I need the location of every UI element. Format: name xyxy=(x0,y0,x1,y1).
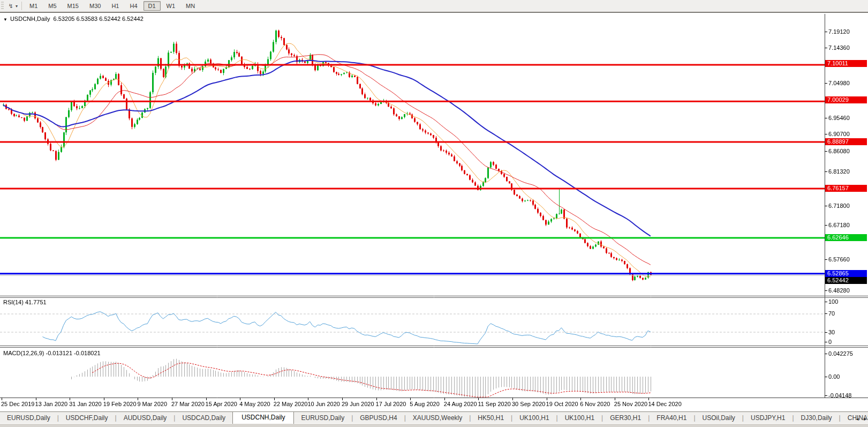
price-axis-tick: 6.86080 xyxy=(828,148,850,154)
chart-title: ▼USDCNH,Daily 6.53205 6.53583 6.52442 6.… xyxy=(3,16,144,22)
collapse-arrow-icon[interactable]: ▼ xyxy=(3,17,7,22)
tab-scroll-left-icon[interactable]: ◂ xyxy=(856,416,859,422)
timeframe-button-mn[interactable]: MN xyxy=(181,1,200,11)
date-axis-label: 10 Jun 2020 xyxy=(307,401,340,407)
timeframe-buttons: M1M5M15M30H1H4D1W1MN xyxy=(24,3,200,9)
tab-uk100-h1[interactable]: UK100,H1 xyxy=(558,413,601,424)
date-axis-label: 19 Feb 2020 xyxy=(103,401,137,407)
level-price-label: 7.10011 xyxy=(825,60,867,67)
chart-window: ▼USDCNH,Daily 6.53205 6.53583 6.52442 6.… xyxy=(0,12,868,413)
tab-eurusd-daily[interactable]: EURUSD,Daily xyxy=(294,413,351,424)
price-chart-canvas[interactable] xyxy=(0,13,868,411)
timeframe-button-h1[interactable]: H1 xyxy=(107,1,124,11)
timeframe-button-h4[interactable]: H4 xyxy=(125,1,142,11)
tab-xauusd-weekly[interactable]: XAUUSD,Weekly xyxy=(406,413,469,424)
date-axis-label: 14 Dec 2020 xyxy=(648,401,681,407)
tab-uk100-h1[interactable]: UK100,H1 xyxy=(512,413,556,424)
tab-fra40-h1[interactable]: FRA40,H1 xyxy=(650,413,693,424)
timeframe-button-d1[interactable]: D1 xyxy=(144,1,161,11)
rsi-axis-tick: 70 xyxy=(828,310,835,317)
rsi-indicator-label: RSI(14) 41.7751 xyxy=(3,299,47,305)
tab-eurusd-daily[interactable]: EURUSD,Daily xyxy=(0,413,57,424)
tab-gbpusd-h4[interactable]: GBPUSD,H4 xyxy=(353,413,404,424)
rsi-axis-tick: 0 xyxy=(828,339,832,345)
price-axis-tick: 6.57660 xyxy=(828,256,850,263)
timeframe-button-m15[interactable]: M15 xyxy=(63,1,84,11)
date-axis-label: 19 Oct 2020 xyxy=(546,401,578,407)
date-axis-label: 30 Sep 2020 xyxy=(512,401,545,407)
macd-axis-tick: -0.04148 xyxy=(828,392,851,399)
tab-usoil-daily[interactable]: USOil,Daily xyxy=(696,413,742,424)
toolbar-separator xyxy=(21,2,22,10)
timeframe-button-m1[interactable]: M1 xyxy=(25,1,42,11)
dropdown-caret-icon[interactable]: ▾ xyxy=(16,4,18,9)
timeframe-button-w1[interactable]: W1 xyxy=(162,1,180,11)
date-axis-label: 27 Mar 2020 xyxy=(171,401,205,407)
price-axis-tick: 6.95460 xyxy=(828,115,850,121)
date-axis-label: 15 Apr 2020 xyxy=(206,401,237,407)
macd-axis-tick: 0.00 xyxy=(828,373,840,380)
price-axis-tick: 6.81320 xyxy=(828,168,850,175)
chart-shift-icon[interactable]: ↯ xyxy=(6,2,15,10)
tab-audusd-daily[interactable]: AUDUSD,Daily xyxy=(117,413,174,424)
tab-usdcad-daily[interactable]: USDCAD,Daily xyxy=(175,413,232,424)
tab-usdchf-daily[interactable]: USDCHF,Daily xyxy=(59,413,115,424)
date-axis-label: 4 May 2020 xyxy=(239,401,270,407)
date-axis-label: 13 Jan 2020 xyxy=(35,401,68,407)
macd-axis-tick: 0.042275 xyxy=(828,350,853,357)
tab-scroll-right-icon[interactable]: ▸ xyxy=(864,416,866,422)
level-price-label: 6.88897 xyxy=(825,138,867,145)
date-axis-label: 31 Jan 2020 xyxy=(69,401,102,407)
date-axis-label: 9 Mar 2020 xyxy=(137,401,167,407)
price-axis-tick: 7.19120 xyxy=(828,28,850,35)
status-bar xyxy=(0,423,868,427)
tab-usdcnh-daily[interactable]: USDCNH,Daily xyxy=(232,411,294,424)
date-axis-label: 29 Jun 2020 xyxy=(342,401,374,407)
date-axis-label: 17 Jul 2020 xyxy=(376,401,406,407)
chart-tab-bar: EURUSD,Daily|USDCHF,Daily|AUDUSD,Daily|U… xyxy=(0,411,868,424)
price-axis-tick: 7.04980 xyxy=(828,80,850,86)
timeframe-button-m30[interactable]: M30 xyxy=(85,1,105,11)
level-price-label: 6.52865 xyxy=(825,270,867,277)
chart-symbol-label: USDCNH,Daily xyxy=(10,16,50,22)
tab-hk50-h1[interactable]: HK50,H1 xyxy=(471,413,511,424)
date-axis-label: 6 Nov 2020 xyxy=(580,401,610,407)
rsi-axis-tick: 100 xyxy=(828,298,838,305)
timeframe-button-m5[interactable]: M5 xyxy=(43,1,61,11)
toolbar: ↯ ▾ M1M5M15M30H1H4D1W1MN xyxy=(0,0,868,12)
price-axis-tick: 6.90700 xyxy=(828,131,850,137)
price-axis-tick: 7.14360 xyxy=(828,44,850,51)
chart-ohlc-values: 6.53205 6.53583 6.52442 6.52442 xyxy=(54,16,144,22)
toolbar-grip[interactable] xyxy=(1,2,4,10)
price-axis-tick: 6.48280 xyxy=(828,287,850,294)
app: { "window": { "symbol_title": "USDCNH,Da… xyxy=(0,0,868,427)
tab-scroll-arrows: ◂▸ xyxy=(856,416,866,422)
level-price-label: 7.00029 xyxy=(825,96,867,103)
date-axis-label: 22 May 2020 xyxy=(274,401,308,407)
level-price-label: 6.76157 xyxy=(825,185,867,192)
date-axis-label: 25 Nov 2020 xyxy=(614,401,647,407)
tab-dj30-daily[interactable]: DJ30,Daily xyxy=(794,413,839,424)
date-axis-label: 24 Aug 2020 xyxy=(444,401,477,407)
tab-ger30-h1[interactable]: GER30,H1 xyxy=(603,413,648,424)
level-price-label: 6.62646 xyxy=(825,234,867,241)
rsi-axis-tick: 30 xyxy=(828,329,835,335)
price-axis-tick: 6.71800 xyxy=(828,203,850,209)
date-axis-label: 25 Dec 2019 xyxy=(1,401,34,407)
date-axis-label: 11 Sep 2020 xyxy=(478,401,511,407)
macd-indicator-label: MACD(12,26,9) -0.013121 -0.018021 xyxy=(3,350,101,356)
tab-usdjpy-h1[interactable]: USDJPY,H1 xyxy=(744,413,792,424)
price-axis-tick: 6.67180 xyxy=(828,222,850,228)
date-axis-label: 5 Aug 2020 xyxy=(410,401,440,407)
current-price-label: 6.52442 xyxy=(825,277,867,284)
